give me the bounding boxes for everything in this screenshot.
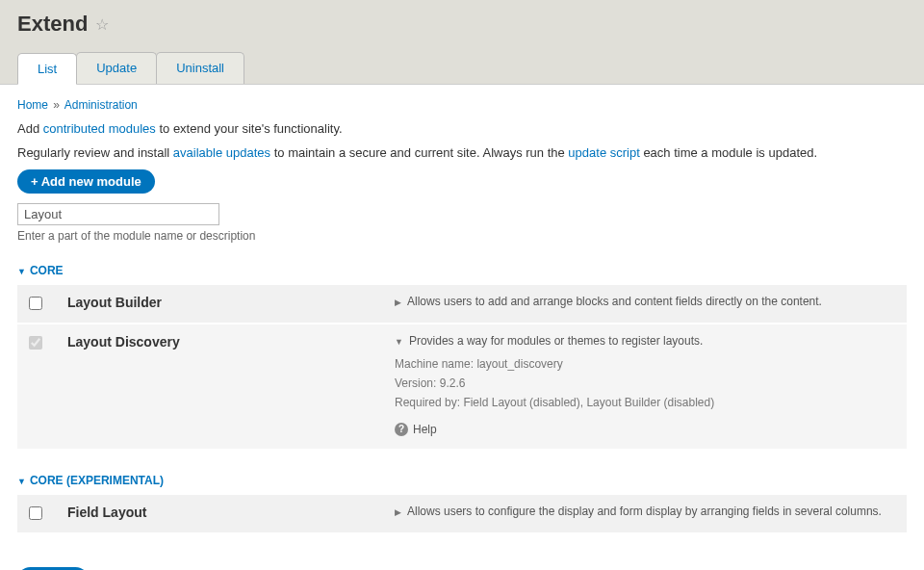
help-link[interactable]: ? Help — [395, 421, 895, 439]
primary-tabs: List Update Uninstall — [17, 52, 907, 84]
module-desc: Provides a way for modules or themes to … — [409, 334, 703, 348]
module-filter-input[interactable] — [17, 203, 219, 225]
module-row-field-layout: Field Layout ▶Allows users to configure … — [17, 495, 907, 534]
link-contributed-modules[interactable]: contributed modules — [43, 121, 156, 136]
page-title: Extend — [17, 12, 88, 37]
module-name: Layout Builder — [67, 295, 395, 313]
group-core-experimental-header[interactable]: ▼CORE (EXPERIMENTAL) — [17, 474, 907, 487]
module-row-layout-discovery: Layout Discovery ▼Provides a way for mod… — [17, 324, 907, 451]
group-core-header[interactable]: ▼CORE — [17, 264, 907, 277]
tab-update[interactable]: Update — [76, 52, 157, 84]
breadcrumb-admin[interactable]: Administration — [64, 98, 138, 112]
help-icon: ? — [395, 423, 408, 436]
checkbox-field-layout[interactable] — [29, 506, 42, 520]
tab-uninstall[interactable]: Uninstall — [156, 52, 244, 84]
breadcrumb-home[interactable]: Home — [17, 98, 48, 112]
breadcrumb-sep: » — [53, 98, 60, 112]
module-desc: Allows users to add and arrange blocks a… — [407, 295, 822, 308]
module-desc: Allows users to configure the display an… — [407, 505, 882, 518]
module-name: Layout Discovery — [67, 334, 395, 350]
checkbox-layout-builder[interactable] — [29, 297, 42, 310]
expand-icon[interactable]: ▶ — [395, 507, 401, 517]
add-new-module-button[interactable]: + Add new module — [17, 169, 155, 194]
expand-icon[interactable]: ▶ — [395, 298, 401, 307]
breadcrumb: Home » Administration — [17, 98, 907, 112]
caret-down-icon: ▼ — [17, 267, 26, 276]
module-details: Machine name: layout_discovery Version: … — [395, 355, 895, 439]
module-row-layout-builder: Layout Builder ▶Allows users to add and … — [17, 285, 907, 324]
filter-hint: Enter a part of the module name or descr… — [17, 229, 907, 243]
tab-list[interactable]: List — [17, 53, 77, 85]
collapse-icon[interactable]: ▼ — [395, 337, 403, 347]
intro-line-2: Regularly review and install available u… — [17, 145, 907, 160]
checkbox-layout-discovery — [29, 336, 42, 350]
caret-down-icon: ▼ — [17, 477, 26, 486]
link-update-script[interactable]: update script — [568, 145, 639, 160]
module-name: Field Layout — [67, 505, 395, 523]
link-available-updates[interactable]: available updates — [173, 145, 270, 160]
group-core-experimental-list: Field Layout ▶Allows users to configure … — [17, 495, 907, 534]
star-icon[interactable]: ☆ — [95, 15, 109, 34]
group-core-list: Layout Builder ▶Allows users to add and … — [17, 285, 907, 451]
intro-line-1: Add contributed modules to extend your s… — [17, 121, 907, 136]
